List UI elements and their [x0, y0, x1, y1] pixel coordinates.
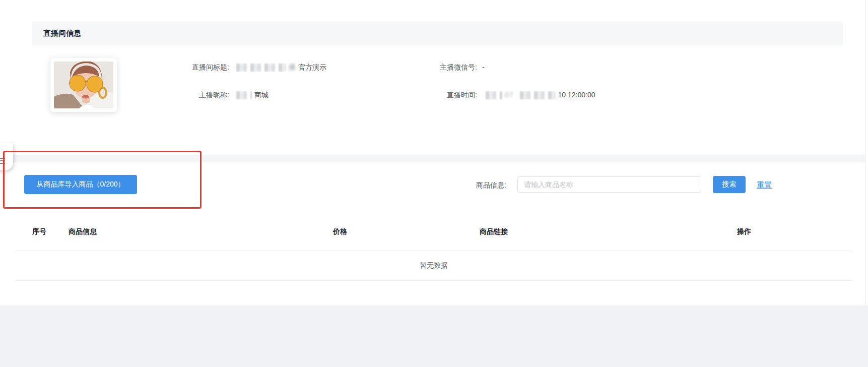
live-room-cover [50, 58, 117, 112]
column-header-product: 商品信息 [69, 227, 97, 236]
redacted-live-time-1 [482, 91, 502, 99]
redacted-nickname [233, 91, 252, 99]
room-title-visible-text: 官方演示 [298, 63, 326, 72]
live-time-label: 直播时间: [378, 90, 477, 100]
room-title-value: 播 官方演示 [233, 63, 326, 72]
hamburger-icon [0, 160, 5, 161]
page-bottom-background [0, 305, 868, 367]
section-divider-band [0, 155, 865, 162]
anchor-nickname-label: 主播昵称: [131, 90, 229, 100]
product-name-input[interactable] [517, 176, 701, 193]
hamburger-icon [0, 158, 5, 159]
live-time-value: 07 10 12:00:00 [482, 90, 595, 100]
product-info-label: 商品信息: [476, 181, 506, 190]
room-title-label: 直播间标题: [131, 63, 229, 72]
room-title-blurred-char: 播 [289, 63, 296, 72]
search-button[interactable]: 搜索 [713, 176, 746, 193]
live-room-section-title: 直播间信息 [43, 29, 81, 38]
column-header-link: 商品链接 [480, 227, 508, 236]
nickname-visible-text: 商城 [254, 90, 269, 100]
anchor-wechat-value: - [482, 63, 485, 72]
reset-link[interactable]: 重置 [757, 180, 772, 190]
card-right-border [865, 0, 865, 305]
anchor-nickname-value: 商城 [233, 90, 269, 100]
live-time-visible-text: 10 12:00:00 [558, 90, 595, 100]
column-header-index: 序号 [32, 227, 46, 236]
redacted-live-time-2 [516, 91, 556, 99]
table-header-divider [15, 251, 852, 251]
anchor-wechat-text: - [482, 63, 485, 72]
live-time-blur-hint: 07 [505, 90, 514, 100]
avatar-image [54, 62, 113, 108]
anchor-wechat-label: 主播微信号: [378, 63, 477, 72]
table-bottom-divider [15, 280, 852, 281]
drawer-collapse-handle[interactable] [0, 143, 13, 170]
column-header-price: 价格 [333, 227, 347, 236]
redacted-room-title [233, 64, 286, 72]
table-empty-state: 暂无数据 [15, 261, 852, 270]
import-products-button[interactable]: 从商品库导入商品（0/200） [24, 175, 137, 194]
hamburger-icon [0, 163, 5, 164]
live-room-section-header: 直播间信息 [32, 22, 843, 45]
column-header-actions: 操作 [737, 227, 751, 236]
